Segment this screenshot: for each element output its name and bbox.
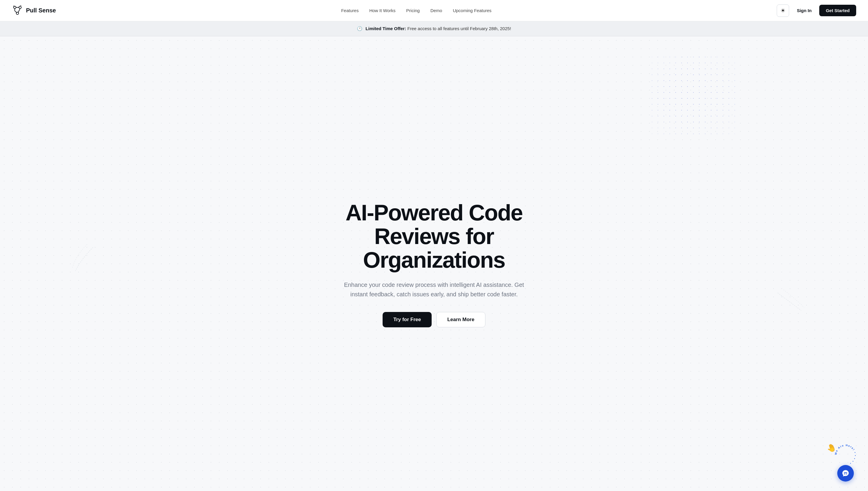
sun-icon: ☀ — [781, 7, 785, 14]
chat-circular-text: We Are Here! • • • • • 🤚 — [833, 442, 859, 468]
hero-subtitle: Enhance your code review process with in… — [340, 280, 528, 299]
nav-pricing[interactable]: Pricing — [402, 6, 424, 16]
svg-text:✦: ✦ — [20, 5, 22, 6]
logo-text: Pull Sense — [26, 7, 56, 14]
deco-arrow-left — [69, 241, 105, 277]
hero-content: AI-Powered Code Reviews for Organization… — [301, 201, 567, 327]
nav-upcoming-features[interactable]: Upcoming Features — [449, 6, 496, 16]
svg-text:We Are Here! • • • • •: We Are Here! • • • • • — [834, 444, 857, 465]
nav-right: ☀ Sign In Get Started — [777, 4, 856, 17]
svg-text:✦: ✦ — [13, 5, 15, 7]
nav-how-it-works[interactable]: How It Works — [365, 6, 400, 16]
promo-banner: 🕐 Limited Time Offer: Free access to all… — [0, 21, 868, 36]
try-for-free-button[interactable]: Try for Free — [383, 312, 432, 327]
theme-toggle-button[interactable]: ☀ — [777, 4, 789, 17]
navbar: ✦ ✦ Pull Sense Features How It Works Pri… — [0, 0, 868, 21]
nav-features[interactable]: Features — [337, 6, 363, 16]
sign-in-button[interactable]: Sign In — [793, 6, 816, 16]
logo-icon: ✦ ✦ — [12, 5, 23, 16]
get-started-button[interactable]: Get Started — [819, 5, 856, 16]
hero-buttons: Try for Free Learn More — [301, 312, 567, 327]
we-are-here-svg: We Are Here! • • • • • — [833, 442, 859, 468]
dot-cluster-decoration — [649, 54, 738, 137]
nav-links: Features How It Works Pricing Demo Upcom… — [337, 6, 496, 16]
banner-bold: Limited Time Offer: — [366, 26, 406, 31]
hero-section: AI-Powered Code Reviews for Organization… — [0, 36, 868, 491]
learn-more-button[interactable]: Learn More — [436, 312, 485, 327]
clock-icon: 🕐 — [357, 26, 363, 31]
nav-demo[interactable]: Demo — [426, 6, 446, 16]
chat-icon — [842, 469, 849, 477]
svg-point-1 — [19, 6, 21, 8]
banner-text: Free access to all features until Februa… — [406, 26, 511, 31]
chat-widget: We Are Here! • • • • • 🤚 — [833, 442, 859, 482]
logo-link[interactable]: ✦ ✦ Pull Sense — [12, 5, 56, 16]
svg-line-6 — [18, 8, 20, 13]
hero-title: AI-Powered Code Reviews for Organization… — [301, 201, 567, 271]
deco-arrow-right — [772, 287, 807, 316]
svg-line-5 — [15, 11, 17, 13]
